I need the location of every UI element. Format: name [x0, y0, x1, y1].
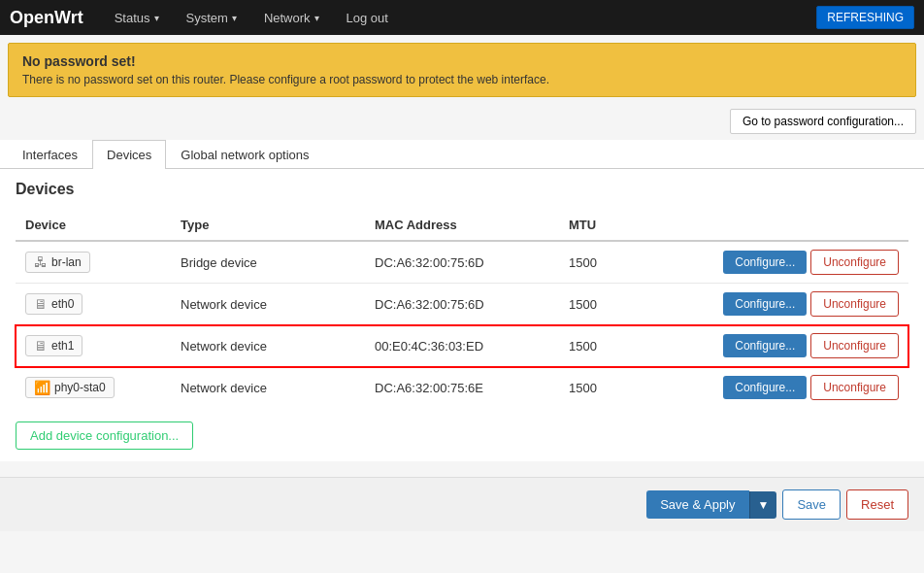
actions-cell: Configure...Unconfigure	[637, 367, 908, 409]
device-icon: 🖥	[34, 296, 48, 312]
dropdown-caret-icon: ▼	[758, 498, 770, 512]
device-name: br-lan	[51, 255, 82, 269]
mtu-cell: 1500	[559, 284, 637, 325]
system-caret-icon: ▾	[232, 13, 237, 23]
mac-cell: 00:E0:4C:36:03:ED	[365, 325, 559, 367]
add-device-button[interactable]: Add device configuration...	[16, 421, 193, 450]
type-cell: Bridge device	[171, 241, 365, 284]
devices-table: Device Type MAC Address MTU 🖧br-lanBridg…	[16, 210, 908, 408]
save-apply-button[interactable]: Save & Apply	[646, 490, 748, 519]
configure-button[interactable]: Configure...	[723, 292, 807, 316]
nav-network[interactable]: Network ▾	[252, 3, 331, 33]
configure-button[interactable]: Configure...	[723, 251, 807, 274]
unconfigure-button[interactable]: Unconfigure	[810, 333, 899, 358]
device-icon: 🖥	[34, 338, 48, 354]
warning-actions: Go to password configuration...	[0, 105, 924, 140]
tab-devices[interactable]: Devices	[92, 140, 166, 169]
actions-cell: Configure...Unconfigure	[637, 284, 908, 325]
tab-interfaces[interactable]: Interfaces	[8, 140, 92, 169]
nav-menu: Status ▾ System ▾ Network ▾ Log out	[103, 3, 817, 33]
unconfigure-button[interactable]: Unconfigure	[810, 291, 899, 317]
mac-cell: DC:A6:32:00:75:6E	[365, 367, 559, 409]
table-row: 📶phy0-sta0Network deviceDC:A6:32:00:75:6…	[16, 367, 908, 409]
save-apply-group: Save & Apply ▼	[646, 490, 776, 519]
device-icon: 🖧	[34, 254, 48, 270]
save-apply-dropdown-button[interactable]: ▼	[749, 491, 777, 519]
unconfigure-button[interactable]: Unconfigure	[810, 375, 899, 400]
nav-status[interactable]: Status ▾	[103, 3, 171, 33]
device-cell: 🖧br-lan	[16, 241, 171, 284]
type-cell: Network device	[171, 284, 365, 325]
tabs-bar: Interfaces Devices Global network option…	[0, 140, 924, 169]
device-name: phy0-sta0	[54, 381, 106, 394]
mac-cell: DC:A6:32:00:75:6D	[365, 284, 559, 325]
mac-cell: DC:A6:32:00:75:6D	[365, 241, 559, 284]
device-badge: 🖧br-lan	[25, 252, 90, 273]
save-button[interactable]: Save	[782, 489, 841, 520]
section-title: Devices	[16, 181, 908, 198]
table-row: 🖥eth0Network deviceDC:A6:32:00:75:6D1500…	[16, 284, 908, 325]
footer-bar: Save & Apply ▼ Save Reset	[0, 477, 924, 531]
table-row: 🖧br-lanBridge deviceDC:A6:32:00:75:6D150…	[16, 241, 908, 284]
configure-button[interactable]: Configure...	[723, 334, 807, 357]
table-header-row: Device Type MAC Address MTU	[16, 210, 908, 241]
mtu-cell: 1500	[559, 241, 637, 284]
refreshing-button[interactable]: REFRESHING	[816, 6, 914, 29]
main-content: Devices Device Type MAC Address MTU 🖧br-…	[0, 169, 924, 461]
nav-logout[interactable]: Log out	[335, 3, 400, 33]
brand-logo[interactable]: OpenWrt	[10, 8, 83, 28]
status-caret-icon: ▾	[154, 13, 159, 23]
device-name: eth1	[51, 339, 74, 353]
actions-cell: Configure...Unconfigure	[637, 325, 908, 367]
device-cell: 📶phy0-sta0	[16, 367, 171, 409]
mtu-cell: 1500	[559, 325, 637, 367]
col-header-mac: MAC Address	[365, 210, 559, 241]
col-header-actions	[637, 210, 908, 241]
warning-banner: No password set! There is no password se…	[8, 43, 916, 97]
device-icon: 📶	[34, 380, 50, 395]
configure-button[interactable]: Configure...	[723, 376, 807, 399]
device-cell: 🖥eth1	[16, 325, 171, 367]
type-cell: Network device	[171, 367, 365, 409]
actions-cell: Configure...Unconfigure	[637, 241, 908, 284]
device-cell: 🖥eth0	[16, 284, 171, 325]
device-badge: 🖥eth1	[25, 335, 82, 356]
device-name: eth0	[51, 297, 74, 311]
col-header-device: Device	[16, 210, 171, 241]
tab-global-network-options[interactable]: Global network options	[166, 140, 323, 169]
warning-message: There is no password set on this router.…	[22, 73, 902, 86]
network-caret-icon: ▾	[314, 13, 319, 23]
password-config-button[interactable]: Go to password configuration...	[730, 109, 916, 134]
nav-system[interactable]: System ▾	[175, 3, 248, 33]
navbar: OpenWrt Status ▾ System ▾ Network ▾ Log …	[0, 0, 924, 35]
unconfigure-button[interactable]: Unconfigure	[810, 250, 899, 275]
reset-button[interactable]: Reset	[846, 489, 908, 520]
table-row: 🖥eth1Network device00:E0:4C:36:03:ED1500…	[16, 325, 908, 367]
device-badge: 🖥eth0	[25, 293, 82, 315]
col-header-type: Type	[171, 210, 365, 241]
col-header-mtu: MTU	[559, 210, 637, 241]
device-badge: 📶phy0-sta0	[25, 377, 115, 398]
mtu-cell: 1500	[559, 367, 637, 409]
warning-title: No password set!	[22, 53, 902, 69]
type-cell: Network device	[171, 325, 365, 367]
